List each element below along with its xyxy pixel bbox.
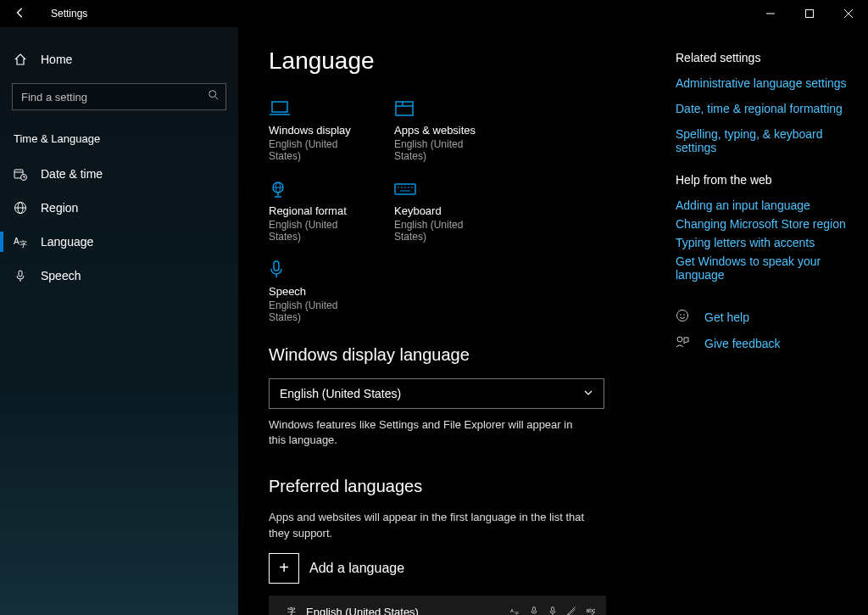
svg-rect-36	[552, 607, 554, 611]
calendar-clock-icon	[14, 167, 27, 181]
tile-label: Windows display	[269, 124, 370, 137]
home-label: Home	[41, 53, 72, 66]
speech-recognition-icon	[547, 606, 559, 615]
svg-point-39	[680, 314, 682, 316]
tile-regional-format[interactable]: Regional format English (United States)	[269, 179, 370, 243]
svg-rect-14	[19, 271, 22, 277]
globe-icon	[14, 201, 27, 215]
sidebar-item-label: Speech	[41, 269, 81, 282]
chevron-down-icon	[583, 387, 593, 400]
language-icon: A字	[14, 235, 27, 249]
svg-point-38	[677, 310, 688, 321]
svg-text:A: A	[510, 607, 514, 612]
language-feature-icons: A字 abc	[509, 606, 596, 615]
feedback-icon	[676, 335, 693, 351]
tile-speech[interactable]: Speech English (United States)	[269, 260, 370, 323]
svg-text:字: 字	[287, 607, 296, 615]
laptop-icon	[269, 98, 370, 119]
display-lang-icon: A字	[509, 606, 521, 615]
language-card[interactable]: 字A English (United States) A字 abc	[269, 595, 606, 615]
minimize-icon	[766, 9, 775, 18]
tile-label: Speech	[269, 285, 370, 298]
display-language-dropdown[interactable]: English (United States)	[269, 378, 604, 409]
app-window-icon	[394, 98, 496, 119]
language-name: English (United States)	[306, 606, 509, 615]
tile-label: Keyboard	[394, 204, 496, 217]
home-nav[interactable]: Home	[0, 44, 238, 75]
display-language-header: Windows display language	[269, 345, 616, 365]
tile-sub: English (United States)	[269, 299, 370, 323]
link-typing-accents[interactable]: Typing letters with accents	[676, 236, 848, 249]
link-add-input-language[interactable]: Adding an input language	[676, 198, 848, 212]
minimize-button[interactable]	[751, 0, 790, 27]
add-language-button[interactable]: + Add a language	[269, 553, 616, 584]
microphone-icon	[269, 260, 370, 280]
tile-windows-display[interactable]: Windows display English (United States)	[269, 98, 370, 162]
maximize-icon	[805, 9, 814, 18]
link-windows-speak[interactable]: Get Windows to speak your language	[676, 254, 848, 282]
get-help-link: Get help	[704, 310, 749, 324]
link-change-store-region[interactable]: Changing Microsoft Store region	[676, 217, 848, 231]
tile-label: Regional format	[269, 204, 370, 217]
sidebar-item-label: Date & time	[41, 167, 103, 181]
sidebar-item-label: Region	[41, 201, 78, 215]
microphone-icon	[14, 269, 27, 282]
svg-text:A: A	[14, 237, 19, 246]
titlebar: Settings	[0, 0, 868, 27]
sidebar-item-region[interactable]: Region	[0, 191, 238, 225]
svg-rect-1	[806, 10, 814, 18]
dropdown-value: English (United States)	[280, 387, 401, 400]
overview-tiles: Windows display English (United States) …	[269, 98, 616, 323]
related-settings-header: Related settings	[676, 51, 848, 64]
tile-sub: English (United States)	[394, 219, 496, 243]
preferred-languages-help: Apps and websites will appear in the fir…	[269, 510, 599, 540]
display-language-help: Windows features like Settings and File …	[269, 417, 574, 448]
home-icon	[14, 53, 27, 66]
svg-text:字: 字	[515, 610, 519, 615]
handwriting-icon	[565, 606, 577, 615]
tile-sub: English (United States)	[269, 219, 370, 243]
arrow-left-icon	[14, 7, 26, 19]
search-input[interactable]	[12, 83, 226, 110]
help-web-header: Help from the web	[676, 173, 848, 187]
sidebar: Home Time & Language Date & time Region …	[0, 27, 238, 615]
sidebar-item-language[interactable]: A字 Language	[0, 225, 238, 259]
close-button[interactable]	[829, 0, 868, 27]
close-icon	[844, 9, 853, 18]
tile-sub: English (United States)	[394, 138, 496, 162]
help-icon	[676, 309, 693, 325]
svg-point-40	[683, 314, 685, 316]
svg-rect-23	[395, 184, 415, 194]
link-spelling-typing[interactable]: Spelling, typing, & keyboard settings	[676, 127, 848, 154]
link-date-time-formatting[interactable]: Date, time & regional formatting	[676, 102, 848, 115]
svg-rect-35	[533, 607, 536, 611]
svg-rect-17	[396, 102, 413, 115]
spell-check-icon: abc	[584, 606, 596, 615]
svg-point-41	[677, 337, 682, 342]
svg-rect-15	[272, 102, 287, 112]
get-help-row[interactable]: Get help	[676, 309, 848, 325]
globe-stand-icon	[269, 179, 370, 199]
plus-icon: +	[269, 553, 299, 584]
give-feedback-row[interactable]: Give feedback	[676, 335, 848, 351]
tile-apps-websites[interactable]: Apps & websites English (United States)	[394, 98, 496, 162]
sidebar-item-label: Language	[41, 235, 93, 249]
page-title: Language	[269, 48, 616, 75]
nav-header: Time & Language	[0, 126, 238, 157]
svg-text:字: 字	[19, 240, 27, 249]
maximize-button[interactable]	[790, 0, 829, 27]
sidebar-item-date-time[interactable]: Date & time	[0, 157, 238, 191]
link-admin-language[interactable]: Administrative language settings	[676, 76, 848, 90]
add-language-label: Add a language	[309, 561, 404, 576]
tile-sub: English (United States)	[269, 138, 370, 162]
keyboard-icon	[394, 179, 496, 199]
preferred-languages-header: Preferred languages	[269, 477, 616, 496]
sidebar-item-speech[interactable]: Speech	[0, 259, 238, 293]
svg-rect-30	[274, 261, 279, 271]
window-title: Settings	[51, 8, 87, 20]
back-button[interactable]	[7, 7, 34, 21]
tile-keyboard[interactable]: Keyboard English (United States)	[394, 179, 496, 243]
svg-text:abc: abc	[587, 607, 596, 612]
give-feedback-link: Give feedback	[704, 337, 781, 350]
text-to-speech-icon	[528, 606, 540, 615]
